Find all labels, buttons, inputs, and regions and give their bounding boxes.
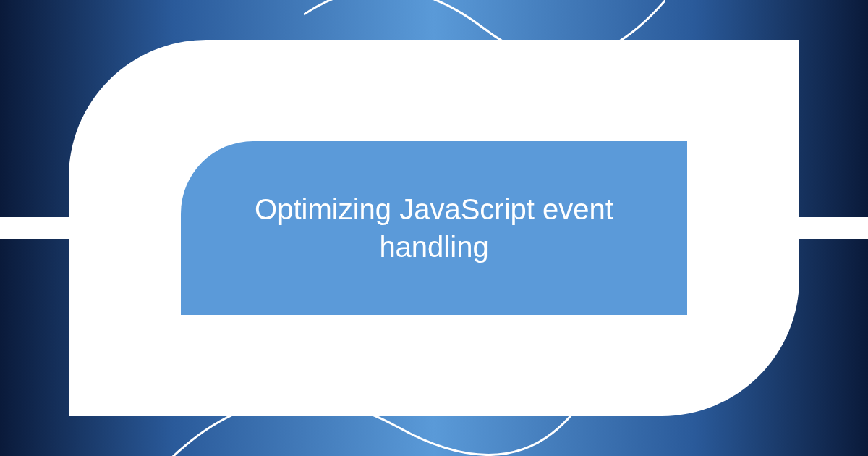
horizontal-band-right (799, 217, 868, 239)
hero-title: Optimizing JavaScript event handling (224, 190, 644, 266)
horizontal-band-left (0, 217, 69, 239)
title-panel: Optimizing JavaScript event handling (181, 141, 687, 315)
